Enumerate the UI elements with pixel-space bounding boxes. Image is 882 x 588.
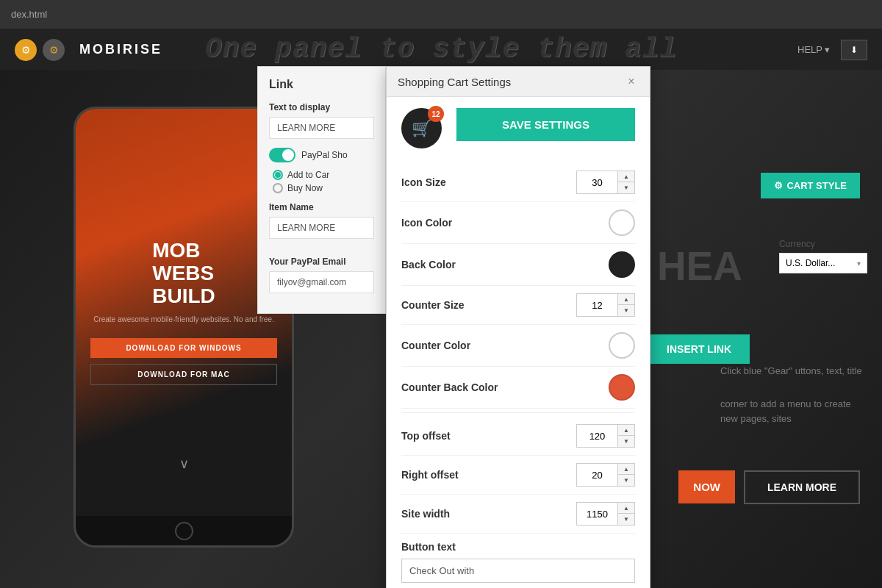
radio-filled-icon	[273, 170, 283, 180]
counter-size-up-button[interactable]: ▲	[618, 294, 634, 305]
page-big-title: One panel to style them all	[0, 33, 882, 65]
radio-empty-icon	[273, 183, 283, 193]
now-button[interactable]: NOW	[678, 470, 735, 503]
link-panel-title: Link	[269, 78, 374, 91]
counter-color-swatch[interactable]	[609, 332, 635, 359]
back-color-swatch[interactable]	[609, 251, 635, 278]
icon-color-label: Icon Color	[401, 217, 452, 229]
currency-section: Currency U.S. Dollar... ▾	[779, 239, 867, 273]
phone-chevron-icon: ∨	[179, 456, 189, 471]
cart-icon-wrap: 🛒 12	[401, 108, 442, 148]
icon-size-up-button[interactable]: ▲	[618, 171, 634, 182]
phone-subtitle: Create awesome mobile-friendly websites.…	[93, 315, 274, 323]
right-offset-up-button[interactable]: ▲	[618, 464, 634, 475]
right-offset-label: Right offset	[401, 469, 459, 481]
toggle-knob	[282, 149, 294, 161]
cart-badge: 12	[428, 106, 444, 122]
button-text-row: Button text	[401, 534, 635, 588]
cart-icon: 🛒	[412, 119, 431, 138]
back-color-row: Back Color	[401, 244, 635, 286]
radio-group: Add to Car Buy Now	[269, 170, 374, 193]
back-color-label: Back Color	[401, 259, 456, 270]
currency-chevron-icon: ▾	[857, 259, 861, 268]
icon-size-down-button[interactable]: ▼	[618, 182, 634, 193]
site-width-spinners: ▲ ▼	[617, 503, 634, 525]
phone-btn-mac[interactable]: DOWNLOAD FOR MAC	[90, 364, 277, 385]
currency-dropdown[interactable]: U.S. Dollar... ▾	[779, 253, 867, 273]
right-offset-down-button[interactable]: ▼	[618, 475, 634, 486]
item-name-input[interactable]	[269, 217, 374, 239]
shopping-cart-modal: Shopping Cart Settings × 🛒 12 SAVE SETTI…	[386, 66, 650, 588]
top-offset-down-button[interactable]: ▼	[618, 436, 634, 447]
icon-size-input[interactable]	[577, 171, 617, 193]
radio2-label: Buy Now	[287, 183, 323, 193]
button-text-label: Button text	[401, 541, 456, 553]
link-panel: Link Text to display PayPal Sho Add to C…	[257, 66, 386, 314]
phone-bottom	[76, 516, 292, 545]
site-width-input-wrap: ▲ ▼	[576, 502, 635, 526]
counter-back-color-row: Counter Back Color	[401, 367, 635, 409]
counter-size-spinners: ▲ ▼	[617, 294, 634, 316]
icon-size-input-wrap: ▲ ▼	[576, 171, 635, 194]
phone-title: MOBWEBSBUILD	[152, 240, 215, 307]
icon-color-row: Icon Color	[401, 202, 635, 244]
background-container: dex.html One panel to style them all ⚙ ⚙…	[0, 0, 882, 588]
bg-learn-more-button[interactable]: LEARN MORE	[744, 470, 860, 504]
paypal-toggle-row: PayPal Sho	[269, 148, 374, 162]
text-to-display-input[interactable]	[269, 117, 374, 139]
button-text-input[interactable]	[401, 559, 635, 583]
text-to-display-label: Text to display	[269, 102, 374, 112]
corner-text-2: corner to add a menu to create new pages…	[720, 397, 867, 426]
icon-color-swatch[interactable]	[609, 209, 635, 236]
icon-size-label: Icon Size	[401, 176, 446, 188]
right-offset-input-wrap: ▲ ▼	[576, 463, 635, 487]
insert-link-button[interactable]: INSERT LINK	[648, 334, 750, 364]
paypal-email-input[interactable]	[269, 271, 374, 293]
filename-label: dex.html	[11, 9, 47, 20]
site-width-input[interactable]	[577, 503, 617, 525]
top-offset-label: Top offset	[401, 430, 451, 442]
top-offset-input-wrap: ▲ ▼	[576, 424, 635, 448]
counter-back-color-swatch[interactable]	[609, 374, 635, 401]
paypal-toggle[interactable]	[269, 148, 295, 162]
save-settings-button[interactable]: SAVE SETTINGS	[456, 108, 635, 141]
icon-size-row: Icon Size ▲ ▼	[401, 163, 635, 202]
divider	[401, 412, 635, 413]
cart-style-button[interactable]: ⚙ CART STYLE	[761, 173, 860, 198]
top-offset-up-button[interactable]: ▲	[618, 425, 634, 436]
modal-header: Shopping Cart Settings ×	[387, 67, 650, 97]
counter-size-row: Counter Size ▲ ▼	[401, 286, 635, 325]
counter-color-label: Counter Color	[401, 340, 470, 351]
phone-home-button[interactable]	[175, 522, 193, 540]
right-offset-row: Right offset ▲ ▼	[401, 456, 635, 495]
currency-value: U.S. Dollar...	[786, 258, 835, 268]
site-width-down-button[interactable]: ▼	[618, 514, 634, 525]
modal-title: Shopping Cart Settings	[398, 76, 511, 88]
top-offset-row: Top offset ▲ ▼	[401, 417, 635, 456]
top-offset-spinners: ▲ ▼	[617, 425, 634, 447]
topbar: dex.html	[0, 0, 882, 29]
counter-back-color-label: Counter Back Color	[401, 381, 498, 393]
radio-add-to-cart[interactable]: Add to Car	[273, 170, 374, 180]
counter-size-input[interactable]	[577, 294, 617, 316]
modal-close-button[interactable]: ×	[624, 74, 639, 89]
radio-buy-now[interactable]: Buy Now	[273, 183, 374, 193]
modal-body: 🛒 12 SAVE SETTINGS Icon Size ▲ ▼	[387, 97, 650, 588]
radio-dot	[275, 172, 281, 178]
paypal-toggle-label: PayPal Sho	[301, 150, 348, 160]
top-offset-input[interactable]	[577, 425, 617, 447]
item-name-label: Item Name	[269, 202, 374, 212]
icon-size-spinners: ▲ ▼	[617, 171, 634, 193]
right-offset-input[interactable]	[577, 464, 617, 486]
gear-small-icon: ⚙	[774, 180, 783, 191]
main-area: One panel to style them all ⚙ ⚙ MOBIRISE…	[0, 29, 882, 588]
site-width-row: Site width ▲ ▼	[401, 495, 635, 534]
counter-size-label: Counter Size	[401, 299, 465, 311]
right-offset-spinners: ▲ ▼	[617, 464, 634, 486]
site-width-up-button[interactable]: ▲	[618, 503, 634, 514]
counter-size-down-button[interactable]: ▼	[618, 305, 634, 316]
phone-btn-windows[interactable]: DOWNLOAD FOR WINDOWS	[90, 338, 277, 358]
paypal-email-label: Your PayPal Email	[269, 257, 374, 267]
site-width-label: Site width	[401, 508, 450, 520]
counter-color-row: Counter Color	[401, 325, 635, 367]
